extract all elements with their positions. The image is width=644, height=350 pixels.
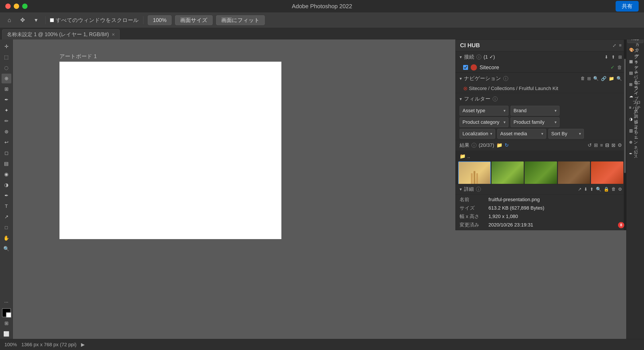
detail-size-row: サイズ 613.2 KB (627,898 Bytes) [460, 205, 622, 211]
minimize-button[interactable] [14, 3, 19, 9]
nav-search-icon[interactable]: 🔍 [616, 76, 622, 81]
connection-item[interactable]: Sitecore ✓ 🗑 [456, 62, 626, 72]
grid-2-icon[interactable]: ⊞ [594, 142, 598, 148]
expand-icon[interactable]: ⤢ [612, 43, 616, 48]
channels-panel-btn[interactable]: ⊗ チャンネル [627, 137, 643, 148]
document-tab[interactable]: 名称未設定 1 @ 100% (レイヤー 1, RGB/8#) ✕ [2, 29, 120, 39]
brush-tool[interactable]: ✏ [2, 116, 11, 126]
product-family-select[interactable]: Product family ▾ [511, 117, 560, 127]
transform-tool[interactable]: ⊕ [2, 74, 11, 83]
panel-scrollbar[interactable] [624, 40, 626, 230]
detail-trash-icon[interactable]: 🗑 [612, 187, 616, 192]
gradient-tool[interactable]: ▤ [2, 159, 11, 169]
product-family-label: Product family [514, 119, 544, 125]
tab-close-icon[interactable]: ✕ [112, 32, 115, 37]
nav-trash-icon[interactable]: 🗑 [580, 76, 585, 81]
navigation-info-icon[interactable]: i [503, 76, 508, 81]
tool-dropdown[interactable]: ▾ [31, 15, 41, 25]
file-browser[interactable]: 📁 .. PNG fruitful-pr... [456, 150, 626, 184]
fit-screen-btn[interactable]: 画面にフィット [216, 15, 265, 25]
nav-add-icon[interactable]: ⊞ [587, 76, 591, 81]
thumb-item-2[interactable]: JPG Cucumber... [524, 161, 557, 184]
eyedropper-tool[interactable]: ✒ [2, 95, 11, 105]
detail-download-icon[interactable]: ⬇ [584, 187, 588, 192]
nav-zoom-icon[interactable]: 🔍 [593, 76, 599, 81]
zoom-tool[interactable]: 🔍 [2, 244, 11, 254]
results-folder-icon[interactable]: 📁 [496, 142, 502, 148]
connection-chevron[interactable]: ▾ [460, 54, 462, 60]
localization-select[interactable]: Localization ▾ [460, 129, 495, 139]
foreground-color[interactable] [2, 308, 11, 317]
thumb-item-0[interactable]: PNG fruitful-pr... [458, 161, 491, 184]
pen-tool[interactable]: ✒ [2, 191, 11, 201]
preview-icon[interactable]: ⊠ [612, 142, 615, 148]
crop-tool[interactable]: ⊞ [2, 84, 11, 94]
move-tool[interactable]: ✛ [2, 42, 11, 51]
list-icon[interactable]: ≡ [600, 142, 603, 148]
asset-type-select[interactable]: Asset type ▾ [460, 106, 508, 116]
history-brush[interactable]: ↩ [2, 137, 11, 147]
filter-info-icon[interactable]: i [493, 96, 498, 101]
filter-chevron[interactable]: ▾ [460, 96, 462, 102]
settings-icon[interactable]: ⚙ [618, 142, 622, 148]
detail-upload-icon[interactable]: ⬆ [590, 187, 594, 192]
product-category-select[interactable]: Product category ▾ [460, 117, 508, 127]
selection-tool[interactable]: ⬚ [2, 52, 11, 62]
sort-by-select[interactable]: Sort By ▾ [548, 129, 584, 139]
upload-icon[interactable]: ⬆ [612, 54, 615, 60]
thumb-item-4[interactable]: JPG Orange-J... [591, 161, 623, 184]
move-tool-btn[interactable]: ✥ [18, 15, 28, 25]
eraser-tool[interactable]: ◻ [2, 148, 11, 158]
brand-select[interactable]: Brand ▾ [511, 106, 560, 116]
scroll-all-checkbox[interactable] [50, 18, 54, 22]
detail-info-icon[interactable]: i [476, 187, 481, 192]
connection-delete-icon[interactable]: 🗑 [617, 64, 622, 70]
dodge-tool[interactable]: ◑ [2, 180, 11, 190]
grid-icon[interactable]: ⊟ [605, 142, 609, 148]
share-button[interactable]: 共有 [616, 1, 639, 11]
screen-size-btn[interactable]: 画面サイズ [175, 15, 212, 25]
connection-checkbox[interactable] [463, 65, 468, 70]
thumb-item-3[interactable]: JPG han-vi-ph... [558, 161, 590, 184]
clone-tool[interactable]: ⊛ [2, 127, 11, 137]
folder-parent-row[interactable]: 📁 .. [457, 152, 624, 161]
connection-info-icon[interactable]: i [476, 54, 481, 59]
detail-settings-icon[interactable]: ⚙ [618, 187, 622, 192]
nav-link-icon[interactable]: 🔗 [601, 76, 606, 81]
detail-lock-icon[interactable]: 🔒 [604, 187, 609, 192]
refresh-icon[interactable]: ↺ [588, 142, 592, 148]
thumb-item-1[interactable]: JPG Cucumber... [492, 161, 524, 184]
maximize-button[interactable] [22, 3, 28, 9]
menu-icon[interactable]: ≡ [619, 43, 622, 48]
asset-media-select[interactable]: Asset media ▾ [497, 129, 546, 139]
results-refresh-icon[interactable]: ↻ [505, 142, 509, 148]
asset-media-arrow: ▾ [541, 131, 543, 136]
shape-tool[interactable]: □ [2, 223, 11, 232]
paths-panel-btn[interactable]: ✒ パス [627, 148, 643, 159]
quick-mask[interactable]: ⊞ [2, 319, 11, 328]
more-tools[interactable]: ··· [2, 297, 11, 307]
sort-by-label: Sort By [551, 131, 567, 137]
scroll-all-label[interactable]: すべてのウィンドウをスクロール [50, 17, 139, 24]
lasso-tool[interactable]: ◌ [2, 63, 11, 73]
results-info-icon[interactable]: i [472, 143, 476, 148]
close-button[interactable] [5, 3, 11, 9]
zoom-display[interactable]: 100% [148, 15, 172, 25]
healing-tool[interactable]: ✦ [2, 106, 11, 115]
hand-tool[interactable]: ✋ [2, 233, 11, 243]
detail-open-icon[interactable]: ↗ [578, 187, 582, 192]
status-dimensions: 1366 px x 768 px (72 ppi) [21, 342, 76, 348]
path-tool[interactable]: ↗ [2, 212, 11, 222]
nav-folder-icon[interactable]: 📁 [609, 76, 614, 81]
blur-tool[interactable]: ◉ [2, 169, 11, 179]
detail-chevron[interactable]: ▾ [460, 187, 462, 192]
panel-scrollbar-thumb[interactable] [624, 59, 626, 173]
navigation-chevron[interactable]: ▾ [460, 76, 462, 81]
notification-badge: 8 [618, 222, 624, 228]
download-icon[interactable]: ⬇ [604, 54, 608, 60]
text-tool[interactable]: T [2, 201, 11, 211]
detail-zoom-icon[interactable]: 🔍 [596, 187, 602, 192]
add-connection-icon[interactable]: ⊞ [618, 54, 622, 60]
screen-mode[interactable]: ⬜ [2, 329, 11, 339]
home-icon[interactable]: ⌂ [4, 15, 14, 25]
